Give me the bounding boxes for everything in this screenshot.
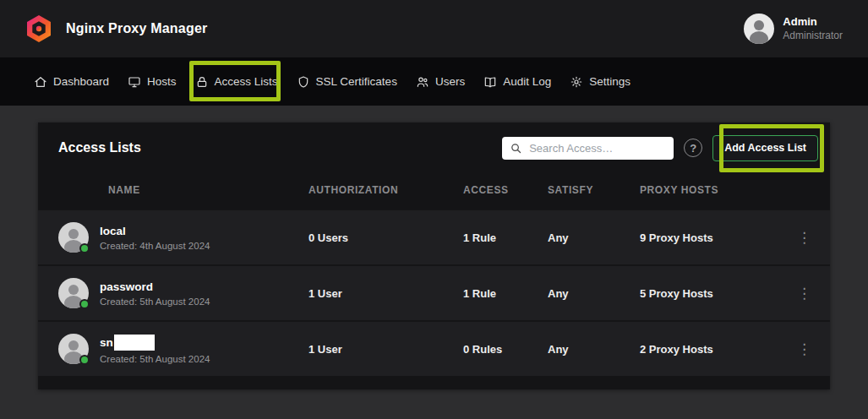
status-dot (79, 243, 90, 253)
status-dot (79, 299, 90, 309)
column-header-access: ACCESS (463, 184, 548, 196)
nav-label: SSL Certificates (316, 75, 397, 88)
main-nav: Dashboard Hosts Access Lists SSL Certifi… (0, 57, 868, 106)
satisfy-cell: Any (548, 231, 640, 244)
users-icon (416, 75, 429, 89)
search-icon (510, 142, 522, 155)
proxy-hosts-cell: 9 Proxy Hosts (640, 231, 779, 244)
created-date: Created: 5th August 2024 (100, 297, 210, 307)
column-header-proxy-hosts: PROXY HOSTS (640, 184, 779, 196)
satisfy-cell: Any (548, 343, 640, 356)
app-title: Nginx Proxy Manager (66, 21, 207, 36)
panel-footer (38, 376, 830, 389)
access-list-avatar (58, 278, 89, 308)
nav-item-ssl-certificates[interactable]: SSL Certificates (297, 75, 397, 89)
nav-item-hosts[interactable]: Hosts (128, 75, 177, 89)
proxy-hosts-cell: 5 Proxy Hosts (640, 287, 779, 300)
question-icon: ? (690, 142, 696, 155)
panel-header: Access Lists ? Add Access List (38, 122, 830, 173)
user-meta: Admin Administrator (783, 15, 843, 41)
access-cell: 1 Rule (463, 287, 548, 300)
access-cell: 1 Rule (463, 231, 548, 244)
nav-label: Hosts (147, 75, 177, 88)
created-date: Created: 5th August 2024 (100, 354, 210, 364)
nav-item-access-lists[interactable]: Access Lists (195, 75, 278, 89)
topbar: Nginx Proxy Manager Admin Administrator (0, 0, 868, 57)
nav-label: Audit Log (503, 75, 551, 88)
name-block: password Created: 5th August 2024 (100, 280, 210, 307)
authorization-cell: 1 User (308, 343, 463, 356)
nav-item-dashboard[interactable]: Dashboard (34, 75, 109, 89)
dots-vertical-icon: ⋮ (797, 286, 812, 302)
column-header-satisfy: SATISFY (548, 184, 640, 196)
table-header: NAME AUTHORIZATION ACCESS SATISFY PROXY … (38, 173, 830, 209)
row-actions-menu[interactable]: ⋮ (779, 285, 830, 302)
column-header-name: NAME (38, 184, 308, 196)
created-date: Created: 4th August 2024 (100, 241, 210, 251)
table-row[interactable]: local Created: 4th August 2024 0 Users 1… (38, 209, 830, 264)
dots-vertical-icon: ⋮ (797, 230, 812, 246)
proxy-hosts-cell: 2 Proxy Hosts (640, 343, 779, 356)
column-header-authorization: AUTHORIZATION (308, 184, 463, 196)
name-cell: local Created: 4th August 2024 (38, 222, 308, 253)
row-actions-menu[interactable]: ⋮ (779, 229, 830, 247)
nav-label: Users (435, 75, 465, 88)
access-list-avatar (58, 222, 89, 253)
name-cell: password Created: 5th August 2024 (38, 278, 308, 308)
table-row[interactable]: password Created: 5th August 2024 1 User… (38, 264, 830, 320)
monitor-icon (128, 75, 141, 89)
nginx-proxy-manager-logo-icon (24, 14, 54, 44)
book-icon (483, 75, 497, 89)
user-role: Administrator (783, 30, 843, 42)
satisfy-cell: Any (548, 287, 640, 300)
nav-item-users[interactable]: Users (416, 75, 465, 89)
authorization-cell: 1 User (308, 287, 463, 300)
access-list-avatar (58, 334, 89, 364)
search-box (502, 137, 674, 160)
name-cell: sn Created: 5th August 2024 (38, 334, 308, 364)
home-icon (34, 75, 47, 89)
panel-controls: ? Add Access List (502, 135, 818, 161)
access-list-name: local (100, 225, 126, 237)
authorization-cell: 0 Users (308, 231, 463, 244)
row-actions-menu[interactable]: ⋮ (779, 340, 830, 358)
add-access-list-button[interactable]: Add Access List (712, 135, 818, 161)
nav-label: Settings (589, 75, 631, 88)
access-lists-panel: Access Lists ? Add Access List NAME AUTH… (38, 122, 830, 389)
brand: Nginx Proxy Manager (24, 14, 207, 44)
access-list-name: password (100, 280, 153, 293)
table-row[interactable]: sn Created: 5th August 2024 1 User 0 Rul… (38, 320, 830, 376)
lock-icon (195, 75, 209, 89)
dots-vertical-icon: ⋮ (797, 341, 812, 357)
user-menu[interactable]: Admin Administrator (744, 14, 843, 44)
panel-title: Access Lists (58, 140, 502, 155)
gear-icon (570, 75, 583, 89)
access-cell: 0 Rules (463, 343, 548, 356)
name-block: local Created: 4th August 2024 (100, 225, 210, 251)
name-block: sn Created: 5th August 2024 (100, 335, 210, 364)
user-avatar (744, 14, 774, 44)
help-button[interactable]: ? (684, 139, 702, 157)
user-name: Admin (783, 15, 843, 29)
nav-item-audit-log[interactable]: Audit Log (483, 75, 551, 89)
status-dot (79, 355, 90, 365)
nav-item-settings[interactable]: Settings (570, 75, 631, 89)
nav-label: Access Lists (215, 75, 278, 88)
access-list-name: sn (100, 336, 113, 349)
shield-icon (297, 75, 310, 89)
person-icon (744, 14, 774, 44)
redaction-box (114, 335, 155, 351)
search-input[interactable] (502, 137, 674, 160)
nav-label: Dashboard (53, 75, 109, 88)
